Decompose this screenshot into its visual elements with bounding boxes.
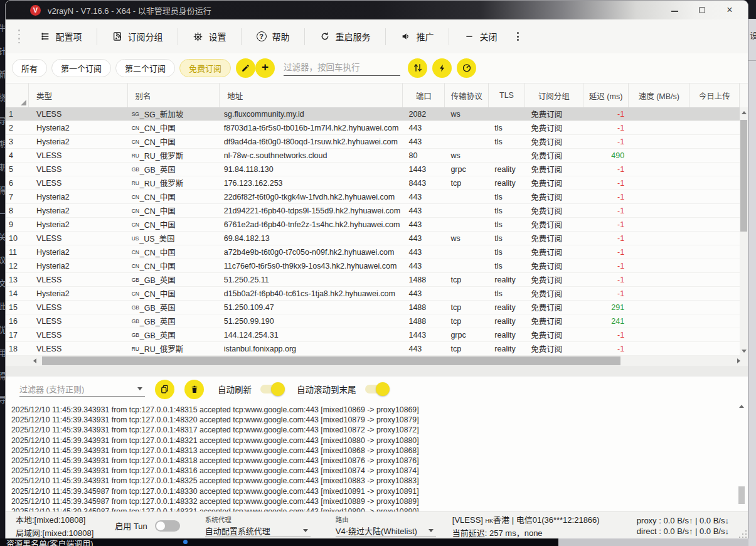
cell-delay: -1 — [584, 135, 630, 148]
vertical-scroll-thumb[interactable] — [740, 120, 747, 232]
cell-port: 443 — [403, 342, 445, 355]
close-button[interactable]: × — [725, 6, 734, 14]
cell-tls: tls — [489, 287, 526, 300]
server-row-7[interactable]: 7Hysteria2cn_CN_中国22d6f82f-t6t0g0-tkgk4w… — [6, 190, 741, 204]
cell-net: ws — [445, 149, 489, 162]
toolbar-drag-grip[interactable] — [18, 29, 20, 43]
column-header-4[interactable]: 传输协议 — [445, 83, 489, 107]
tab-subscription-3[interactable]: 免费订阅 — [179, 59, 231, 77]
cell-port: 443 — [403, 232, 445, 245]
tab-subscription-0[interactable]: 所有 — [12, 59, 47, 77]
tab-subscription-2[interactable]: 第二个订阅 — [115, 59, 175, 77]
cell-group: 免费订阅 — [526, 342, 584, 355]
routing-dropdown[interactable]: 路由 V4-绕过大陆(Whitelist) — [336, 515, 436, 537]
subscription-group-button[interactable]: 订阅分组 — [101, 25, 174, 48]
server-row-1[interactable]: 1VLESSsg_SG_新加坡sg.fluxcommunity.my.id208… — [6, 107, 741, 121]
server-row-6[interactable]: 6VLESSru_RU_俄罗斯176.123.162.2538443tcprea… — [6, 176, 741, 190]
server-row-15[interactable]: 15VLESSgb_GB_英国51.250.109.471488tcpreali… — [6, 301, 741, 314]
cell-type: VLESS — [29, 328, 128, 341]
more-menu-button[interactable] — [517, 32, 519, 41]
cell-n: 12 — [6, 259, 29, 272]
server-row-5[interactable]: 5VLESSgb_GB_英国91.84.118.1301443grpcreali… — [6, 163, 741, 176]
subscription-tab-row: 所有第一个订阅第二个订阅免费订阅 + — [6, 53, 748, 82]
server-row-17[interactable]: 17VLESSgb_GB_英国144.124.254.311443grpcrea… — [6, 328, 741, 342]
column-header-3[interactable]: 端口 — [403, 83, 445, 107]
profiles-button[interactable]: 配置项 — [29, 25, 93, 48]
server-row-4[interactable]: 4VLESSru_RU_俄罗斯nl-78w-c.southnetworks.cl… — [6, 149, 741, 163]
server-row-13[interactable]: 13VLESSgb_GB_英国51.250.25.111488tcprealit… — [6, 273, 741, 287]
settings-button[interactable]: 设置 — [182, 25, 237, 48]
cell-port: 443 — [403, 287, 445, 300]
column-header-1[interactable]: 别名 — [128, 83, 220, 107]
scroll-down-arrow-icon[interactable] — [742, 350, 747, 353]
test-speed-button[interactable] — [457, 58, 476, 78]
server-row-2[interactable]: 2Hysteria2cn_CN_中国f8703d1a-t6r5s0-tb016b… — [6, 121, 741, 135]
server-row-18[interactable]: 18VLESSru_RU_俄罗斯istanbul.fonixapp.org443… — [6, 342, 741, 356]
tun-toggle[interactable] — [155, 520, 180, 532]
auto-scroll-toggle[interactable] — [365, 385, 388, 393]
server-row-10[interactable]: 10VLESSus_US_美国69.84.182.13443wstls免费订阅-… — [6, 232, 741, 245]
server-filter-input[interactable] — [284, 60, 400, 76]
sort-columns-button[interactable] — [408, 58, 427, 78]
close-to-tray-button[interactable]: 关闭 — [453, 25, 508, 48]
cell-port: 1443 — [403, 328, 445, 341]
edit-subscription-button[interactable] — [236, 58, 255, 78]
cell-n: 7 — [6, 190, 29, 203]
copy-log-button[interactable] — [155, 380, 174, 399]
log-scrollbar[interactable] — [738, 404, 745, 510]
log-scroll-thumb[interactable] — [738, 486, 745, 504]
panel-splitter[interactable] — [6, 366, 748, 377]
cell-group: 免费订阅 — [526, 287, 584, 300]
server-row-16[interactable]: 16VLESSgb_GB_英国51.250.99.1901488tcpreali… — [6, 314, 741, 328]
resize-grip[interactable] — [739, 530, 747, 538]
auto-refresh-toggle[interactable] — [260, 385, 283, 393]
scroll-left-arrow-icon[interactable] — [33, 358, 36, 363]
log-filter-dropdown[interactable]: 过滤器 (支持正则) — [19, 382, 145, 397]
column-header-9[interactable]: 今日上传 — [689, 83, 740, 107]
cell-net — [445, 204, 489, 217]
cell-delay: -1 — [584, 273, 630, 286]
table-horizontal-scrollbar[interactable] — [6, 356, 748, 366]
cell-alias: gb_GB_英国 — [128, 273, 220, 286]
restart-service-button[interactable]: 重启服务 — [309, 25, 381, 48]
table-vertical-scrollbar[interactable] — [740, 107, 748, 356]
cell-upload — [691, 190, 741, 203]
column-header-5[interactable]: TLS — [489, 83, 525, 107]
help-button[interactable]: ? 帮助 — [245, 25, 301, 48]
server-row-14[interactable]: 14Hysteria2cn_CN_中国d15b0a2f-t6pb40-tc61c… — [6, 287, 741, 301]
column-header-7[interactable]: 延迟 (ms) — [583, 83, 629, 107]
maximize-button[interactable] — [698, 6, 706, 14]
cell-upload — [691, 107, 741, 120]
chevron-down-icon — [303, 529, 308, 532]
system-proxy-dropdown[interactable]: 系统代理 自动配置系统代理 — [205, 515, 311, 537]
column-header-2[interactable]: 地址 — [220, 83, 403, 107]
log-line: 2025/12/10 11:45:39.345987 from tcp:127.… — [11, 506, 741, 511]
log-scroll-up-icon[interactable] — [739, 405, 744, 408]
select-all-cell[interactable] — [6, 83, 29, 107]
background-window-right-edge: 设 — [748, 0, 756, 546]
server-row-3[interactable]: 3Hysteria2cn_CN_中国df9ad4da-t6t0g0-t80oqd… — [6, 135, 741, 149]
tab-subscription-1[interactable]: 第一个订阅 — [51, 59, 111, 77]
test-latency-button[interactable] — [432, 58, 452, 78]
server-row-11[interactable]: 11Hysteria2cn_CN_中国a72b4e9b-t6t0g0-t7c05… — [6, 245, 741, 259]
cell-alias: cn_CN_中国 — [128, 135, 220, 148]
server-row-12[interactable]: 12Hysteria2cn_CN_中国11c76ef0-t6r5s0-th9kx… — [6, 259, 741, 273]
sliders-icon — [413, 63, 423, 73]
promotion-button[interactable]: 推广 — [390, 25, 445, 48]
log-controls-row: 过滤器 (支持正则) 自动刷新 自动滚动到末尾 — [6, 377, 748, 402]
horizontal-scroll-thumb[interactable] — [42, 356, 620, 365]
scroll-up-arrow-icon[interactable] — [742, 111, 747, 114]
cell-speed — [630, 259, 691, 272]
server-row-8[interactable]: 8Hysteria2cn_CN_中国21d94221-t6pb40-tdps9l… — [6, 204, 741, 218]
cell-group: 免费订阅 — [526, 135, 584, 148]
column-header-8[interactable]: 速度 (MB/s) — [629, 83, 689, 107]
column-header-6[interactable]: 订阅分组 — [525, 83, 583, 107]
scroll-right-arrow-icon[interactable] — [737, 358, 740, 363]
column-header-0[interactable]: 类型 — [29, 83, 128, 107]
direct-speed: direct : 0.0 B/s↑ | 0.0 B/s↓ — [637, 527, 729, 536]
add-subscription-button[interactable]: + — [255, 58, 275, 78]
cell-speed — [630, 342, 691, 355]
clear-log-button[interactable] — [184, 380, 204, 399]
minimize-button[interactable] — [670, 6, 679, 14]
server-row-9[interactable]: 9Hysteria2cn_CN_中国6761e2ad-t6pb40-tnfe2z… — [6, 218, 741, 232]
